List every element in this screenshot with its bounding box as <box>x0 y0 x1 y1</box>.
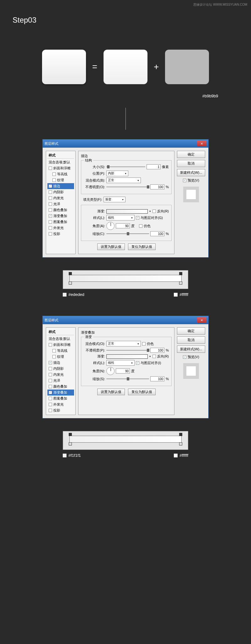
style-checkbox[interactable]: ✓ <box>49 214 52 218</box>
style-checkbox[interactable] <box>49 202 52 206</box>
new-style-button[interactable]: 新建样式(W)... <box>177 169 205 176</box>
style-item[interactable]: 投影 <box>47 407 74 413</box>
style-item[interactable]: ✓渐变叠加 <box>47 213 74 219</box>
ok-button[interactable]: 确定 <box>177 327 205 335</box>
scale-input[interactable] <box>150 231 164 236</box>
style-item[interactable]: 斜面和浮雕 <box>47 342 74 348</box>
titlebar[interactable]: 图层样式 ✕ <box>43 316 208 324</box>
style-item[interactable]: 等高线 <box>47 348 74 354</box>
style-checkbox[interactable] <box>49 373 52 376</box>
style-item[interactable]: 图案叠加 <box>47 396 74 401</box>
style-item[interactable]: 图案叠加 <box>47 219 74 225</box>
fill-type-select[interactable]: 渐变▼ <box>104 197 125 202</box>
style-checkbox[interactable] <box>49 379 52 382</box>
style-checkbox[interactable]: ✓ <box>49 391 52 394</box>
preview-checkbox[interactable]: ✓ <box>183 355 186 359</box>
angle-input[interactable] <box>116 368 130 374</box>
style-item[interactable]: 光泽 <box>47 201 74 207</box>
reset-default-button[interactable]: 复位为默认值 <box>128 389 156 395</box>
scale-input[interactable] <box>150 376 164 381</box>
style-checkbox[interactable] <box>49 367 52 370</box>
align-checkbox[interactable]: ✓ <box>136 216 139 220</box>
style-item[interactable]: 外发光 <box>47 225 74 231</box>
style-item[interactable]: 投影 <box>47 231 74 237</box>
opacity-stop-right[interactable] <box>179 433 182 436</box>
style-checkbox[interactable] <box>49 403 52 406</box>
style-item[interactable]: 光泽 <box>47 378 74 384</box>
opacity-input[interactable] <box>150 184 164 189</box>
make-default-button[interactable]: 设置为默认值 <box>97 243 125 250</box>
dither-checkbox[interactable] <box>139 224 142 228</box>
gradient-bar[interactable] <box>69 275 182 282</box>
style-checkbox[interactable] <box>49 166 52 170</box>
color-stop-left[interactable] <box>69 442 72 445</box>
style-checkbox[interactable] <box>52 178 56 182</box>
style-item[interactable]: ✓渐变叠加 <box>47 390 74 396</box>
style-item[interactable]: 内阴影 <box>47 189 74 195</box>
style-checkbox[interactable] <box>52 355 56 358</box>
titlebar[interactable]: 图层样式 ✕ <box>43 139 208 148</box>
opacity-input[interactable] <box>150 348 164 353</box>
opacity-slider[interactable] <box>106 348 149 352</box>
new-style-button[interactable]: 新建样式(W)... <box>177 346 205 353</box>
cancel-button[interactable]: 取消 <box>177 160 205 167</box>
color-stop-right[interactable] <box>179 442 182 445</box>
blend-defaults[interactable]: 混合选项:默认 <box>47 159 74 165</box>
style-item[interactable]: 颜色叠加 <box>47 207 74 213</box>
opacity-stop-left[interactable] <box>69 433 72 436</box>
gradient-style-select[interactable]: 线性▼ <box>106 360 135 366</box>
reset-default-button[interactable]: 复位为默认值 <box>128 243 156 250</box>
style-checkbox[interactable] <box>49 409 52 412</box>
style-item[interactable]: ✓描边 <box>47 360 74 366</box>
style-item[interactable]: 颜色叠加 <box>47 384 74 390</box>
style-checkbox[interactable] <box>49 226 52 230</box>
style-checkbox[interactable] <box>49 397 52 400</box>
style-item[interactable]: ✓描边 <box>47 183 74 189</box>
angle-dial[interactable] <box>106 222 115 230</box>
opacity-slider[interactable] <box>106 185 149 189</box>
style-checkbox[interactable] <box>52 172 56 176</box>
style-checkbox[interactable] <box>52 349 56 352</box>
style-checkbox[interactable] <box>49 208 52 212</box>
cancel-button[interactable]: 取消 <box>177 336 205 344</box>
close-icon[interactable]: ✕ <box>197 141 206 146</box>
scale-slider[interactable] <box>106 232 149 236</box>
style-checkbox[interactable]: ✓ <box>49 361 52 364</box>
style-item[interactable]: 内发光 <box>47 372 74 378</box>
color-stop-right[interactable] <box>179 281 182 285</box>
reverse-checkbox[interactable] <box>152 355 156 358</box>
style-item[interactable]: 斜面和浮雕 <box>47 165 74 171</box>
align-checkbox[interactable]: ✓ <box>136 361 139 365</box>
blend-defaults[interactable]: 混合选项:默认 <box>47 336 74 342</box>
blend-mode-select[interactable]: 正常▼ <box>106 341 141 347</box>
style-item[interactable]: 内发光 <box>47 195 74 201</box>
preview-checkbox[interactable]: ✓ <box>183 179 186 182</box>
blend-mode-select[interactable]: 正常▼ <box>106 177 141 183</box>
style-item[interactable]: 内阴影 <box>47 366 74 372</box>
style-checkbox[interactable]: ✓ <box>49 184 52 188</box>
gradient-bar[interactable] <box>69 436 182 443</box>
opacity-stop-left[interactable] <box>69 272 72 275</box>
gradient-picker[interactable] <box>106 209 148 214</box>
position-select[interactable]: 内部▼ <box>106 171 128 176</box>
style-item[interactable]: 纹理 <box>47 354 74 360</box>
reverse-checkbox[interactable] <box>152 210 156 213</box>
style-item[interactable]: 纹理 <box>47 177 74 183</box>
make-default-button[interactable]: 设置为默认值 <box>97 389 125 395</box>
close-icon[interactable]: ✕ <box>197 317 206 323</box>
style-checkbox[interactable] <box>49 232 52 236</box>
size-input[interactable] <box>147 164 161 169</box>
gradient-style-select[interactable]: 线性▼ <box>106 215 135 221</box>
angle-input[interactable] <box>116 223 130 228</box>
opacity-stop-right[interactable] <box>179 272 182 275</box>
style-checkbox[interactable] <box>49 196 52 200</box>
style-checkbox[interactable] <box>49 385 52 388</box>
size-slider[interactable] <box>106 165 145 169</box>
gradient-picker[interactable] <box>106 354 148 359</box>
color-stop-left[interactable] <box>69 281 72 285</box>
style-item[interactable]: 外发光 <box>47 401 74 407</box>
style-checkbox[interactable] <box>49 220 52 224</box>
scale-slider[interactable] <box>106 377 149 381</box>
dither-checkbox[interactable] <box>142 342 146 346</box>
style-item[interactable]: 等高线 <box>47 171 74 177</box>
